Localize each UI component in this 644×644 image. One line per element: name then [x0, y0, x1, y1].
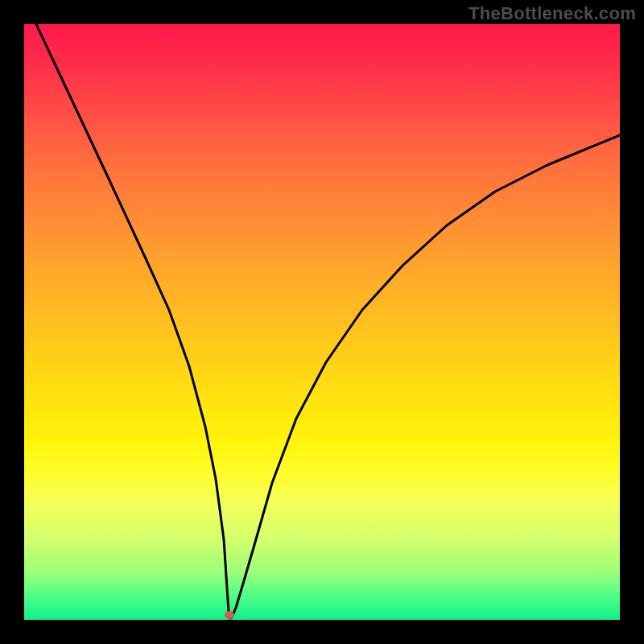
- bottleneck-curve: [24, 24, 620, 620]
- optimum-marker: [225, 611, 234, 619]
- plot-area: [24, 24, 620, 620]
- chart-frame: TheBottleneck.com: [0, 0, 644, 644]
- watermark-text: TheBottleneck.com: [469, 3, 636, 24]
- curve-path: [36, 24, 620, 618]
